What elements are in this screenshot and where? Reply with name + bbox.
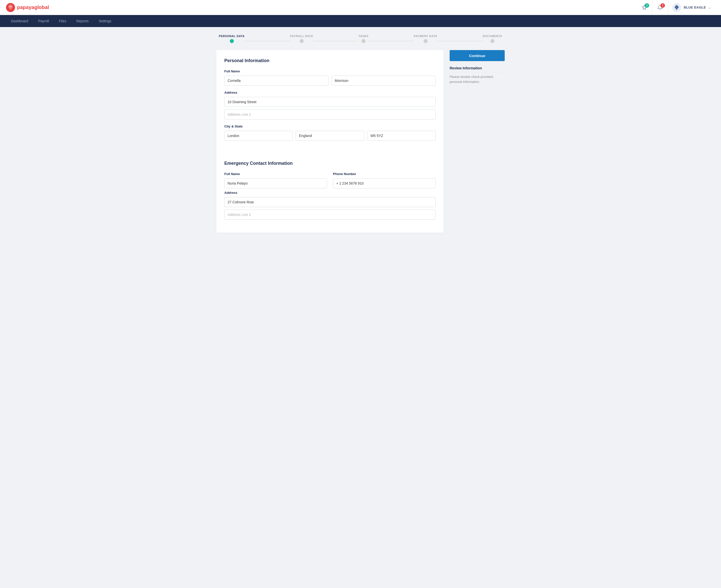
step-line-3 — [368, 41, 414, 41]
city-state-inputs — [224, 131, 436, 141]
bell-notifications-group[interactable]: 1 — [652, 0, 668, 15]
step-personal-data-dot — [230, 39, 234, 43]
step-taxes-label: TAXES — [359, 35, 368, 38]
personal-info-section: Personal Information Full Name Address — [224, 58, 436, 141]
address1-input[interactable] — [224, 97, 436, 107]
steps-container: PERSONAL DATA PAYROLL DATA TAXES PAYMENT… — [216, 35, 505, 43]
city-state-group: City & State — [224, 124, 436, 141]
nav-reports[interactable]: Reports — [71, 15, 93, 27]
bell-button[interactable]: 1 — [657, 5, 663, 10]
first-name-input[interactable] — [224, 76, 328, 86]
review-title: Review Information — [450, 66, 505, 72]
section-spacer — [224, 146, 436, 161]
address-label: Address — [224, 91, 436, 94]
header: papayaglobal 1 1 — [0, 0, 721, 15]
chevron-down-icon: ⌄ — [708, 6, 711, 9]
last-name-input[interactable] — [332, 76, 436, 86]
main-content: PERSONAL DATA PAYROLL DATA TAXES PAYMENT… — [210, 27, 511, 240]
continue-button[interactable]: Continue — [450, 50, 505, 61]
full-name-inputs — [224, 76, 436, 86]
review-info-box: Review Information Please double check p… — [450, 66, 505, 84]
personal-info-title: Personal Information — [224, 58, 436, 63]
emergency-phone-label: Phone Number — [333, 172, 436, 176]
emergency-name-phone-row: Full Name Phone Number — [224, 172, 436, 188]
header-right: 1 1 BLUE EAGLE ⌄ — [637, 0, 715, 15]
emergency-address-label: Address — [224, 191, 436, 194]
step-personal-data-label: PERSONAL DATA — [219, 35, 245, 38]
emergency-address-group: Address — [224, 191, 436, 219]
full-name-group: Full Name — [224, 69, 436, 86]
pin-badge: 1 — [645, 3, 649, 8]
emergency-address2-input[interactable] — [224, 210, 436, 219]
step-payment-data: PAYMENT DATA — [414, 35, 437, 43]
emergency-contact-section: Emergency Contact Information Full Name … — [224, 161, 436, 219]
form-card: Personal Information Full Name Address — [216, 50, 444, 233]
step-taxes: TAXES — [359, 35, 368, 43]
emergency-contact-title: Emergency Contact Information — [224, 161, 436, 166]
logo: papayaglobal — [6, 3, 49, 12]
logo-text: papayaglobal — [17, 4, 49, 10]
review-text: Please double check provided personal in… — [450, 75, 505, 84]
emergency-name-group: Full Name — [224, 172, 327, 188]
full-name-label: Full Name — [224, 69, 436, 73]
emergency-name-input[interactable] — [224, 178, 327, 188]
company-name: BLUE EAGLE — [684, 5, 706, 9]
step-taxes-dot — [361, 39, 365, 43]
nav-files[interactable]: Files — [54, 15, 71, 27]
emergency-phone-group: Phone Number — [333, 172, 436, 188]
step-documents: DOCUMENTS — [483, 35, 502, 43]
bell-badge: 1 — [660, 3, 665, 8]
nav-settings[interactable]: Settings — [93, 15, 116, 27]
state-input[interactable] — [296, 131, 364, 141]
step-payment-data-dot — [424, 39, 428, 43]
step-line-4 — [437, 41, 483, 41]
step-line-1 — [245, 41, 290, 41]
step-payment-data-label: PAYMENT DATA — [414, 35, 437, 38]
address-group: Address — [224, 91, 436, 120]
step-payroll-data-dot — [300, 39, 304, 43]
nav-dashboard[interactable]: Dashboard — [6, 15, 33, 27]
step-documents-dot — [490, 39, 494, 43]
emergency-phone-input[interactable] — [333, 178, 436, 188]
step-line-2 — [313, 41, 359, 41]
pin-button[interactable]: 1 — [642, 5, 647, 10]
city-state-label: City & State — [224, 124, 436, 128]
address2-input[interactable] — [224, 109, 436, 120]
main-nav: Dashboard Payroll Files Reports Settings — [0, 15, 721, 27]
sidebar: Continue Review Information Please doubl… — [450, 50, 505, 233]
step-personal-data: PERSONAL DATA — [219, 35, 245, 43]
content-area: Personal Information Full Name Address — [216, 50, 505, 233]
emergency-address1-input[interactable] — [224, 197, 436, 207]
pin-notifications-group[interactable]: 1 — [637, 0, 652, 15]
zip-input[interactable] — [367, 131, 436, 141]
emergency-name-label: Full Name — [224, 172, 327, 176]
step-documents-label: DOCUMENTS — [483, 35, 502, 38]
step-payroll-data: PAYROLL DATA — [290, 35, 313, 43]
company-selector[interactable]: BLUE EAGLE ⌄ — [668, 3, 715, 12]
nav-payroll[interactable]: Payroll — [33, 15, 54, 27]
step-payroll-data-label: PAYROLL DATA — [290, 35, 313, 38]
city-input[interactable] — [224, 131, 293, 141]
papaya-logo-icon — [6, 3, 15, 12]
company-logo-icon — [672, 3, 681, 12]
